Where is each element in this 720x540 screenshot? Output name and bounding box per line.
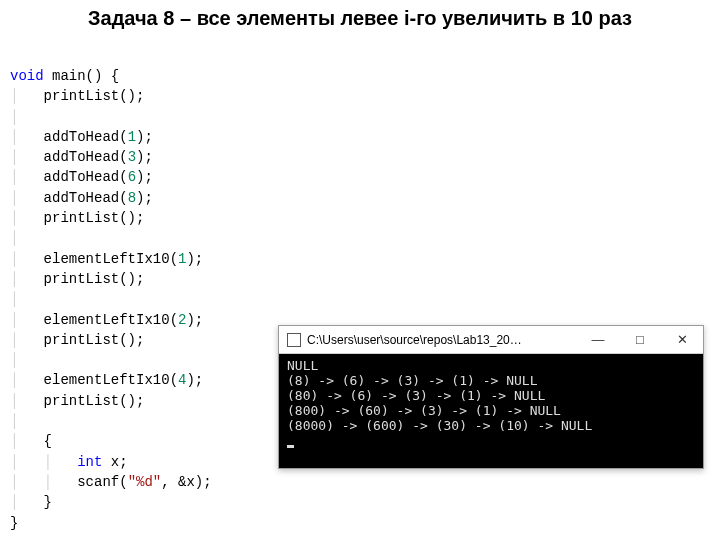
num-literal: 6 xyxy=(128,169,136,185)
code-text: ); xyxy=(186,372,203,388)
code-text: } xyxy=(44,494,52,510)
maximize-button[interactable]: □ xyxy=(619,326,661,354)
cursor xyxy=(287,445,294,448)
output-line: (800) -> (60) -> (3) -> (1) -> NULL xyxy=(287,403,561,418)
num-literal: 8 xyxy=(128,190,136,206)
kw-void: void xyxy=(10,68,44,84)
code-text: printList(); xyxy=(44,393,145,409)
code-text: elementLeftIx10( xyxy=(44,312,178,328)
code-text: addToHead( xyxy=(44,149,128,165)
minimize-button[interactable]: — xyxy=(577,326,619,354)
window-titlebar[interactable]: C:\Users\user\source\repos\Lab13_20… — □… xyxy=(279,326,703,354)
app-icon xyxy=(287,333,301,347)
code-text: ); xyxy=(186,251,203,267)
kw-int: int xyxy=(77,454,102,470)
code-text: printList(); xyxy=(44,271,145,287)
output-line: (8000) -> (600) -> (30) -> (10) -> NULL xyxy=(287,418,592,433)
str-literal: "%d" xyxy=(128,474,162,490)
code-text: { xyxy=(44,433,52,449)
window-title: C:\Users\user\source\repos\Lab13_20… xyxy=(307,333,577,347)
code-text: scanf( xyxy=(77,474,127,490)
code-text: addToHead( xyxy=(44,129,128,145)
code-text: printList(); xyxy=(44,210,145,226)
code-text: addToHead( xyxy=(44,169,128,185)
code-text: printList(); xyxy=(44,88,145,104)
output-line: NULL xyxy=(287,358,318,373)
code-text: ); xyxy=(136,129,153,145)
output-line: (8) -> (6) -> (3) -> (1) -> NULL xyxy=(287,373,537,388)
code-text: ); xyxy=(136,190,153,206)
code-text: elementLeftIx10( xyxy=(44,372,178,388)
code-text: } xyxy=(10,515,18,531)
code-text: addToHead( xyxy=(44,190,128,206)
console-output: NULL (8) -> (6) -> (3) -> (1) -> NULL (8… xyxy=(279,354,703,468)
num-literal: 1 xyxy=(128,129,136,145)
source-code: void main() { │ printList(); │ │ addToHe… xyxy=(10,66,212,533)
page-title: Задача 8 – все элементы левее i-го увели… xyxy=(0,0,720,31)
close-button[interactable]: ✕ xyxy=(661,326,703,354)
code-text: , &x); xyxy=(161,474,211,490)
num-literal: 3 xyxy=(128,149,136,165)
code-text: elementLeftIx10( xyxy=(44,251,178,267)
code-text: ); xyxy=(186,312,203,328)
code-text: x; xyxy=(102,454,127,470)
console-window: C:\Users\user\source\repos\Lab13_20… — □… xyxy=(278,325,704,469)
code-text: main() { xyxy=(44,68,120,84)
code-text: printList(); xyxy=(44,332,145,348)
output-line: (80) -> (6) -> (3) -> (1) -> NULL xyxy=(287,388,545,403)
code-text: ); xyxy=(136,149,153,165)
code-text: ); xyxy=(136,169,153,185)
